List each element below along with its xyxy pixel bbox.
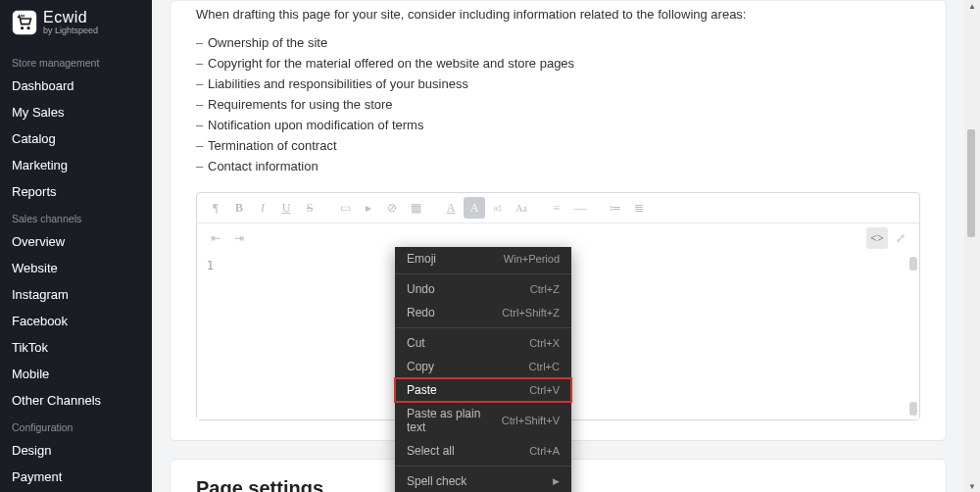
nav-design[interactable]: Design bbox=[0, 437, 152, 464]
cart-icon bbox=[12, 10, 37, 35]
ctx-select-all[interactable]: Select allCtrl+A bbox=[395, 439, 571, 463]
image-icon[interactable]: ▭ bbox=[334, 197, 356, 219]
svg-rect-0 bbox=[13, 11, 36, 34]
video-icon[interactable]: ▸ bbox=[358, 197, 379, 219]
hr-icon[interactable]: — bbox=[569, 197, 591, 219]
font-family-icon[interactable]: Aa bbox=[511, 197, 532, 219]
nav-group-sales: Sales channels Overview Website Instagra… bbox=[0, 205, 152, 414]
nav-marketing[interactable]: Marketing bbox=[0, 152, 152, 178]
editor-toolbar-row1: ¶ B I U S ▭ ▸ ⊘ ▦ A A a‡ Aa ≡ bbox=[197, 193, 919, 223]
ctx-paste-plain[interactable]: Paste as plain textCtrl+Shift+V bbox=[395, 402, 571, 439]
paragraph-icon[interactable]: ¶ bbox=[205, 197, 226, 219]
bullet-list: Ownership of the site Copyright for the … bbox=[196, 32, 920, 192]
scroll-down-icon[interactable]: ▼ bbox=[966, 480, 978, 492]
bold-icon[interactable]: B bbox=[228, 197, 250, 219]
text-color-icon[interactable]: A bbox=[440, 197, 462, 219]
ctx-cut[interactable]: CutCtrl+X bbox=[395, 331, 571, 355]
sidebar: Ecwid by Lightspeed Store management Das… bbox=[0, 0, 152, 492]
nav-heading: Sales channels bbox=[0, 205, 152, 228]
nav-tiktok[interactable]: TikTok bbox=[0, 334, 152, 361]
nav-group-config: Configuration Design Payment Shipping & … bbox=[0, 414, 152, 492]
list-item: Liabilities and responsibilities of your… bbox=[196, 74, 920, 94]
list-item: Contact information bbox=[196, 156, 920, 176]
nav-facebook[interactable]: Facebook bbox=[0, 308, 152, 334]
ctx-separator bbox=[395, 466, 571, 467]
nav-my-sales[interactable]: My Sales bbox=[0, 99, 152, 125]
ctx-redo[interactable]: RedoCtrl+Shift+Z bbox=[395, 301, 571, 324]
ctx-separator bbox=[395, 273, 571, 274]
scroll-thumb[interactable] bbox=[967, 129, 975, 237]
svg-point-2 bbox=[26, 26, 29, 29]
code-view-icon[interactable]: <> bbox=[866, 227, 888, 249]
align-left-icon[interactable]: ≡ bbox=[546, 197, 567, 219]
ctx-emoji[interactable]: EmojiWin+Period bbox=[395, 247, 571, 271]
underline-icon[interactable]: U bbox=[275, 197, 297, 219]
ctx-copy[interactable]: CopyCtrl+C bbox=[395, 355, 571, 378]
ctx-paste[interactable]: PasteCtrl+V bbox=[395, 378, 571, 402]
ctx-spell-check[interactable]: Spell check▶ bbox=[395, 469, 571, 492]
ctx-separator bbox=[395, 327, 571, 328]
nav-catalog[interactable]: Catalog bbox=[0, 125, 152, 152]
nav-mobile[interactable]: Mobile bbox=[0, 361, 152, 387]
ctx-undo[interactable]: UndoCtrl+Z bbox=[395, 277, 571, 301]
table-icon[interactable]: ▦ bbox=[405, 197, 426, 219]
svg-point-1 bbox=[21, 26, 24, 29]
nav-website[interactable]: Website bbox=[0, 255, 152, 281]
bg-color-icon[interactable]: A bbox=[464, 197, 485, 219]
page-scrollbar[interactable]: ▲ ▼ bbox=[964, 0, 980, 492]
nav-overview[interactable]: Overview bbox=[0, 228, 152, 255]
nav-payment[interactable]: Payment bbox=[0, 464, 152, 490]
unordered-list-icon[interactable]: ≣ bbox=[628, 197, 650, 219]
list-item: Requirements for using the store bbox=[196, 94, 920, 115]
font-size-icon[interactable]: a‡ bbox=[487, 197, 509, 219]
intro-text: When drafting this page for your site, c… bbox=[196, 1, 920, 32]
italic-icon[interactable]: I bbox=[252, 197, 273, 219]
nav-heading: Store management bbox=[0, 49, 152, 73]
nav-heading: Configuration bbox=[0, 414, 152, 437]
list-item: Ownership of the site bbox=[196, 32, 920, 53]
nav-instagram[interactable]: Instagram bbox=[0, 281, 152, 308]
fullscreen-icon[interactable]: ⤢ bbox=[890, 227, 911, 249]
main-content: When drafting this page for your site, c… bbox=[152, 0, 980, 492]
nav-dashboard[interactable]: Dashboard bbox=[0, 73, 152, 99]
logo-text: Ecwid bbox=[43, 10, 98, 25]
nav-other-channels[interactable]: Other Channels bbox=[0, 387, 152, 414]
list-item: Notification upon modification of terms bbox=[196, 115, 920, 135]
logo-subtext: by Lightspeed bbox=[43, 26, 98, 35]
scroll-up-icon[interactable]: ▲ bbox=[966, 0, 978, 12]
list-item: Copyright for the material offered on th… bbox=[196, 53, 920, 74]
nav-group-store: Store management Dashboard My Sales Cata… bbox=[0, 49, 152, 205]
nav-reports[interactable]: Reports bbox=[0, 178, 152, 205]
logo: Ecwid by Lightspeed bbox=[0, 10, 152, 49]
editor-scrollbar[interactable] bbox=[909, 257, 917, 416]
context-menu: EmojiWin+Period UndoCtrl+Z RedoCtrl+Shif… bbox=[395, 247, 571, 492]
link-icon[interactable]: ⊘ bbox=[381, 197, 403, 219]
line-number: 1 bbox=[207, 259, 214, 272]
indent-icon[interactable]: ⇥ bbox=[228, 227, 250, 249]
list-item: Termination of contract bbox=[196, 135, 920, 156]
ordered-list-icon[interactable]: ≔ bbox=[605, 197, 626, 219]
strike-icon[interactable]: S bbox=[299, 197, 320, 219]
outdent-icon[interactable]: ⇤ bbox=[205, 227, 226, 249]
